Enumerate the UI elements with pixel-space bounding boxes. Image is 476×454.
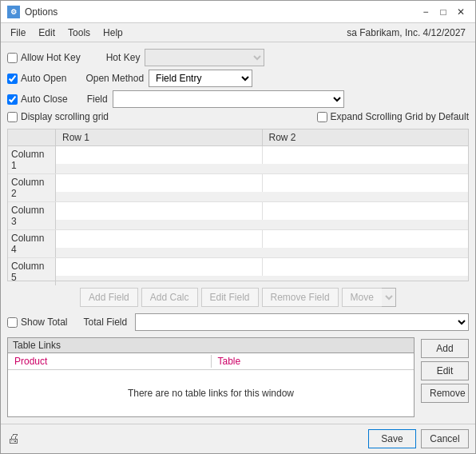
auto-open-checkbox[interactable] <box>7 74 18 84</box>
grid-row-2: Column 2 <box>8 174 468 202</box>
auto-close-checkbox[interactable] <box>7 94 18 105</box>
field-select[interactable] <box>113 90 344 108</box>
grid-cell-3-2[interactable] <box>263 202 469 220</box>
menu-file[interactable]: File <box>4 26 32 40</box>
display-scrolling-checkbox[interactable] <box>7 112 18 122</box>
grid-section: Row 1 Row 2 Column 1 Column 2 Column 3 C… <box>7 129 469 281</box>
table-links-header: Product Table <box>8 353 414 370</box>
show-total-label: Show Total <box>7 317 67 328</box>
expand-scrolling-checkbox[interactable] <box>317 112 327 122</box>
grid-row-label-2: Column 2 <box>8 174 56 201</box>
move-button-group: Move <box>342 288 396 307</box>
table-links-body: There are no table links for this window <box>8 370 414 416</box>
grid-row-5: Column 5 <box>8 258 468 285</box>
remove-field-button[interactable]: Remove Field <box>262 288 339 307</box>
cancel-button[interactable]: Cancel <box>421 429 469 448</box>
form-content: Allow Hot Key Hot Key Auto Open Open Met… <box>1 42 475 424</box>
total-field-select[interactable] <box>135 313 469 331</box>
hot-key-select[interactable] <box>145 49 264 66</box>
footer: 🖨 Save Cancel <box>1 424 475 453</box>
auto-close-label: Auto Close <box>7 94 68 105</box>
scrolling-grid-row: Display scrolling grid Expand Scrolling … <box>7 111 469 122</box>
allow-hot-key-checkbox[interactable] <box>7 53 18 63</box>
grid-col1-header: Row 1 <box>56 129 263 145</box>
table-links-title: Table Links <box>8 338 414 353</box>
menu-edit[interactable]: Edit <box>32 26 61 40</box>
allow-hot-key-row: Allow Hot Key Hot Key <box>7 49 469 66</box>
close-button[interactable]: ✕ <box>453 4 469 20</box>
open-method-label: Open Method <box>85 73 144 84</box>
grid-row-label-3: Column 3 <box>8 202 56 229</box>
grid-cell-5-2[interactable] <box>263 258 469 276</box>
show-total-row: Show Total Total Field <box>7 313 469 331</box>
table-links-table-col: Table <box>212 355 415 368</box>
auto-open-row: Auto Open Open Method Field Entry Button… <box>7 70 469 87</box>
add-table-link-button[interactable]: Add <box>421 339 469 358</box>
show-total-checkbox[interactable] <box>7 317 18 328</box>
display-scrolling-label: Display scrolling grid <box>7 111 109 122</box>
grid-cell-4-1[interactable] <box>56 230 263 248</box>
grid-cell-1-1[interactable] <box>56 146 263 164</box>
edit-field-button[interactable]: Edit Field <box>201 288 259 307</box>
grid-row-label-1: Column 1 <box>8 146 56 173</box>
table-links-side-buttons: Add Edit Remove <box>421 337 469 417</box>
options-window: ⚙ Options − □ ✕ File Edit Tools Help sa … <box>0 0 476 454</box>
window-icon: ⚙ <box>7 6 20 18</box>
table-links-product-col: Product <box>8 355 212 368</box>
move-dropdown[interactable] <box>382 288 396 307</box>
grid-cell-5-1[interactable] <box>56 258 263 276</box>
allow-hot-key-label: Allow Hot Key <box>7 52 81 63</box>
auto-open-label: Auto Open <box>7 73 66 84</box>
add-calc-button[interactable]: Add Calc <box>141 288 198 307</box>
minimize-button[interactable]: − <box>418 4 434 20</box>
grid-cell-1-2[interactable] <box>263 146 469 164</box>
grid-row-4: Column 4 <box>8 230 468 258</box>
grid-cell-2-2[interactable] <box>263 174 469 192</box>
maximize-button[interactable]: □ <box>435 4 451 20</box>
grid-cell-3-1[interactable] <box>56 202 263 220</box>
auto-close-row: Auto Close Field <box>7 90 469 108</box>
grid-row-3: Column 3 <box>8 202 468 230</box>
open-method-select[interactable]: Field Entry Button Auto <box>149 70 252 87</box>
grid-row-label-5: Column 5 <box>8 258 56 285</box>
title-bar: ⚙ Options − □ ✕ <box>1 1 475 23</box>
remove-table-link-button[interactable]: Remove <box>421 384 469 403</box>
menu-help[interactable]: Help <box>97 26 129 40</box>
grid-col2-header: Row 2 <box>263 129 469 145</box>
grid-row-label-4: Column 4 <box>8 230 56 257</box>
hot-key-label: Hot Key <box>106 52 141 63</box>
grid-cell-4-2[interactable] <box>263 230 469 248</box>
move-button[interactable]: Move <box>342 288 382 307</box>
menu-tools[interactable]: Tools <box>61 26 97 40</box>
grid-row-1: Column 1 <box>8 146 468 174</box>
footer-buttons: Save Cancel <box>368 429 469 448</box>
total-field-label: Total Field <box>83 317 127 328</box>
edit-table-link-button[interactable]: Edit <box>421 361 469 380</box>
window-controls: − □ ✕ <box>418 4 469 20</box>
expand-scrolling-label: Expand Scrolling Grid by Default <box>317 111 469 122</box>
table-links-section: Table Links Product Table There are no t… <box>7 337 415 417</box>
add-field-button[interactable]: Add Field <box>80 288 138 307</box>
menu-info: sa Fabrikam, Inc. 4/12/2027 <box>347 27 472 38</box>
window-title: Options <box>25 6 418 18</box>
table-links-empty-message: There are no table links for this window <box>128 388 294 399</box>
field-label: Field <box>87 94 108 105</box>
grid-header: Row 1 Row 2 <box>8 129 468 146</box>
grid-cell-2-1[interactable] <box>56 174 263 192</box>
bottom-section: Table Links Product Table There are no t… <box>7 337 469 417</box>
menu-bar: File Edit Tools Help sa Fabrikam, Inc. 4… <box>1 23 475 42</box>
footer-icon: 🖨 <box>7 432 20 446</box>
action-buttons-row: Add Field Add Calc Edit Field Remove Fie… <box>7 288 469 307</box>
save-button[interactable]: Save <box>368 429 416 448</box>
